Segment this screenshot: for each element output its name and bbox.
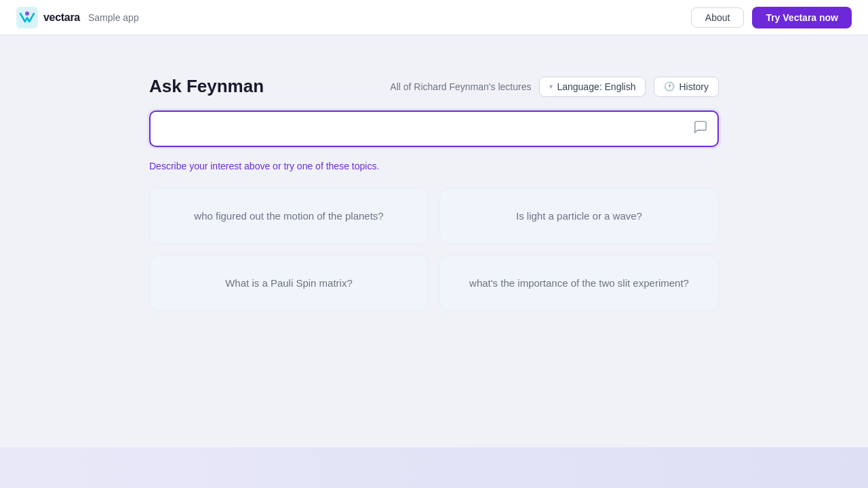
logo-text: vectara — [43, 12, 80, 24]
prompt-text: Describe your interest above or try one … — [149, 161, 719, 171]
about-button[interactable]: About — [691, 7, 745, 28]
history-label: History — [679, 81, 709, 92]
search-container — [149, 110, 719, 147]
topic-card-0[interactable]: who figured out the motion of the planet… — [149, 188, 429, 244]
header-right: About Try Vectara now — [691, 7, 852, 28]
chevron-down-icon: ▾ — [549, 83, 553, 90]
main-content: Ask Feynman All of Richard Feynman's lec… — [0, 35, 868, 447]
header-left: vectara Sample app — [16, 7, 139, 28]
title-controls: All of Richard Feynman's lectures ▾ Lang… — [390, 77, 719, 97]
vectara-logo-icon — [16, 7, 38, 28]
logo: vectara — [16, 7, 80, 28]
try-vectara-button[interactable]: Try Vectara now — [752, 7, 852, 28]
language-button[interactable]: ▾ Language: English — [539, 77, 646, 97]
lectures-label: All of Richard Feynman's lectures — [390, 81, 531, 92]
svg-point-1 — [25, 12, 29, 16]
search-input[interactable] — [149, 110, 719, 147]
sample-app-label: Sample app — [88, 12, 139, 23]
topic-card-2[interactable]: What is a Pauli Spin matrix? — [149, 255, 429, 311]
history-button[interactable]: 🕐 History — [654, 77, 719, 97]
page-title: Ask Feynman — [149, 76, 264, 97]
footer-band — [0, 447, 868, 488]
header: vectara Sample app About Try Vectara now — [0, 0, 868, 35]
clock-icon: 🕐 — [664, 81, 675, 92]
topic-card-1[interactable]: Is light a particle or a wave? — [439, 188, 719, 244]
content-wrapper: Ask Feynman All of Richard Feynman's lec… — [149, 76, 719, 311]
topics-grid: who figured out the motion of the planet… — [149, 188, 719, 311]
topic-card-3[interactable]: what's the importance of the two slit ex… — [439, 255, 719, 311]
language-label: Language: English — [557, 81, 635, 92]
title-row: Ask Feynman All of Richard Feynman's lec… — [149, 76, 719, 97]
